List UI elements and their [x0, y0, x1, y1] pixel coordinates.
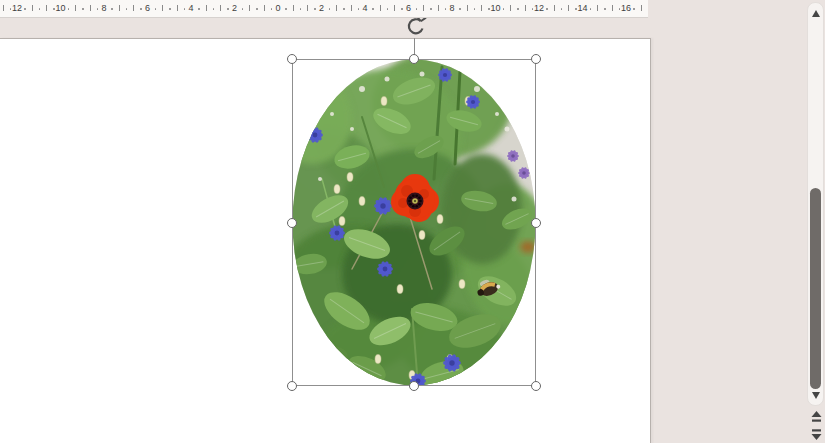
ruler-number: 8 — [101, 3, 106, 14]
ruler-tick — [510, 5, 511, 11]
ruler-tick — [554, 5, 555, 11]
resize-handle-top-left[interactable] — [287, 54, 297, 64]
ruler-number: 2 — [319, 3, 324, 14]
ruler-tick — [119, 5, 120, 11]
ruler-tick — [140, 8, 142, 10]
ruler-tick — [401, 8, 403, 10]
resize-handle-bottom-right[interactable] — [531, 381, 541, 391]
ruler-number: 6 — [145, 3, 150, 14]
ruler-tick — [467, 5, 468, 11]
ruler-tick — [184, 8, 186, 10]
ruler-number: 4 — [362, 3, 367, 14]
ruler-tick — [590, 8, 592, 10]
ruler-tick — [372, 8, 374, 10]
ruler-tick — [394, 5, 395, 11]
ruler-tick — [503, 8, 505, 10]
scroll-down-icon — [812, 392, 820, 399]
ruler-tick — [525, 5, 526, 11]
ruler-tick — [97, 8, 99, 10]
ruler-tick — [249, 5, 250, 11]
ruler-tick — [242, 8, 244, 10]
ruler-number: 12 — [12, 3, 22, 14]
next-page-icon — [810, 427, 823, 441]
ruler-tick — [314, 8, 316, 10]
ruler-tick — [53, 8, 55, 10]
ruler-tick — [300, 8, 302, 10]
ruler-tick — [459, 8, 461, 10]
ruler-tick — [82, 8, 84, 10]
ruler-tick — [198, 8, 200, 10]
scroll-down-button[interactable] — [808, 388, 823, 402]
resize-handle-top-right[interactable] — [531, 54, 541, 64]
ruler-number: 2 — [232, 3, 237, 14]
ruler-tick — [206, 5, 207, 11]
ruler-number: 12 — [534, 3, 544, 14]
ruler-tick — [358, 8, 360, 10]
ruler-tick — [227, 8, 229, 10]
ruler-tick — [68, 8, 70, 10]
ruler-tick — [111, 8, 113, 10]
ruler-tick — [307, 5, 308, 11]
previous-page-button[interactable] — [809, 409, 823, 425]
resize-handle-middle-left[interactable] — [287, 218, 297, 228]
scrollbar-thumb[interactable] — [810, 188, 821, 389]
ruler-tick — [423, 5, 424, 11]
ruler-number: 6 — [406, 3, 411, 14]
ruler-tick — [568, 5, 569, 11]
ruler-tick — [90, 5, 91, 11]
selection-outline — [292, 59, 536, 386]
rotate-handle-icon[interactable] — [402, 15, 428, 37]
ruler-tick — [641, 5, 642, 11]
ruler-number: 0 — [275, 3, 280, 14]
vertical-scrollbar[interactable] — [806, 0, 825, 443]
ruler-tick — [351, 5, 352, 11]
ruler-tick — [387, 8, 389, 10]
ruler-number: 10 — [490, 3, 500, 14]
ruler-tick — [488, 8, 490, 10]
ruler-tick — [293, 5, 294, 11]
ruler-tick — [329, 8, 331, 10]
resize-handle-bottom-left[interactable] — [287, 381, 297, 391]
ruler-tick — [133, 5, 134, 11]
ruler-tick — [633, 8, 635, 10]
ruler-tick — [343, 8, 345, 10]
resize-handle-middle-right[interactable] — [531, 218, 541, 228]
next-page-button[interactable] — [809, 426, 823, 442]
ruler-tick — [24, 8, 26, 10]
ruler-tick — [561, 8, 563, 10]
ruler-tick — [416, 8, 418, 10]
ruler-number: 10 — [55, 3, 65, 14]
ruler-tick — [46, 5, 47, 11]
ruler-tick — [438, 5, 439, 11]
ruler-tick — [177, 5, 178, 11]
ruler-tick — [155, 8, 157, 10]
ruler-number: 14 — [577, 3, 587, 14]
ruler-number: 4 — [188, 3, 193, 14]
ruler-tick — [445, 8, 447, 10]
ruler-tick — [604, 8, 606, 10]
ruler-tick — [285, 8, 287, 10]
ruler-tick — [575, 8, 577, 10]
ruler-tick — [32, 5, 33, 11]
ruler-tick — [220, 5, 221, 11]
ruler-tick — [271, 8, 273, 10]
ruler-number: 16 — [621, 3, 631, 14]
ruler-tick — [169, 8, 171, 10]
ruler-tick — [546, 8, 548, 10]
resize-handle-bottom-center[interactable] — [409, 381, 419, 391]
scroll-up-icon — [812, 10, 820, 17]
ruler-tick — [75, 5, 76, 11]
horizontal-ruler[interactable]: 121086420246810121416 — [0, 0, 648, 18]
scrollbar-track[interactable] — [807, 2, 824, 406]
ruler-tick — [3, 5, 4, 11]
ruler-tick — [380, 5, 381, 11]
ruler-tick — [612, 5, 613, 11]
ruler-tick — [517, 8, 519, 10]
ruler-tick — [264, 5, 265, 11]
scroll-up-button[interactable] — [808, 6, 823, 20]
ruler-tick — [430, 8, 432, 10]
ruler-tick — [213, 8, 215, 10]
ruler-tick — [256, 8, 258, 10]
resize-handle-top-center[interactable] — [409, 54, 419, 64]
ruler-number: 8 — [449, 3, 454, 14]
